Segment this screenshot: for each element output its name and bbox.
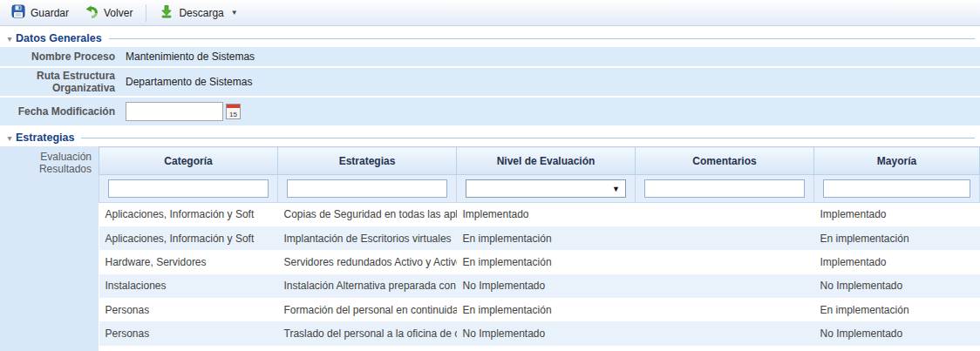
- download-button[interactable]: Descarga ▼: [152, 1, 245, 24]
- section-title-datos-generales: Datos Generales: [16, 32, 102, 44]
- save-button-label: Guardar: [31, 7, 69, 19]
- column-header-categoria[interactable]: Categoría: [99, 147, 278, 175]
- table-row[interactable]: Hardware, Servidores Servidores redundad…: [99, 250, 980, 273]
- section-divider: [109, 38, 975, 39]
- download-icon: [160, 4, 174, 21]
- table-row[interactable]: Aplicaciones, Información y Soft Implant…: [99, 226, 980, 250]
- section-divider: [81, 138, 975, 138]
- field-row-fecha-modificacion: Fecha Modificación 15: [0, 98, 980, 125]
- table-row[interactable]: Aplicaciones, Información y Soft Copias …: [99, 203, 980, 226]
- toolbar-separator: [146, 4, 146, 22]
- back-button[interactable]: Volver: [77, 1, 140, 24]
- download-menu-arrow-icon[interactable]: ▼: [231, 9, 238, 17]
- nivel-evaluacion-filter-select[interactable]: ▼: [466, 179, 626, 198]
- datos-generales-header: ▾ Datos Generales: [3, 31, 977, 45]
- ruta-estructura-value: Departamento de Sistemas: [122, 76, 252, 88]
- nombre-proceso-value: Mantenimiento de Sistemas: [122, 51, 255, 63]
- back-button-label: Volver: [104, 7, 133, 19]
- table-header-row: Categoría Estrategias Nivel de Evaluació…: [99, 147, 980, 175]
- table-row[interactable]: Personas Formación del personal en conti…: [99, 298, 980, 321]
- nombre-proceso-label: Nombre Proceso: [0, 51, 122, 63]
- column-header-nivel-de-evaluacion[interactable]: Nivel de Evaluación: [457, 147, 636, 175]
- calendar-icon[interactable]: 15: [226, 104, 241, 119]
- download-button-label: Descarga: [179, 7, 223, 19]
- fecha-modificacion-input[interactable]: [126, 102, 223, 121]
- column-header-estrategias[interactable]: Estrategias: [278, 147, 457, 175]
- back-icon: [85, 4, 99, 21]
- mayoria-filter-input[interactable]: [823, 179, 970, 198]
- evaluacion-resultados-label: Evaluación Resultados: [0, 151, 99, 175]
- field-row-ruta-estructura: Ruta Estructura Organizativa Departament…: [0, 68, 980, 96]
- estrategias-header: ▾ Estrategias: [3, 131, 977, 145]
- table-row[interactable]: Personas Teletrabajo No Implementado No …: [99, 346, 980, 351]
- fecha-modificacion-label: Fecha Modificación: [0, 105, 122, 118]
- estrategias-grid-zone: Evaluación Resultados Categoría Estrateg…: [0, 146, 980, 351]
- comentarios-filter-input[interactable]: [644, 179, 805, 198]
- save-icon: [11, 4, 25, 21]
- fecha-modificacion-field: 15: [122, 102, 241, 121]
- column-header-mayoria[interactable]: Mayoría: [814, 147, 980, 175]
- table-filter-row: ▼: [99, 175, 980, 203]
- column-header-comentarios[interactable]: Comentarios: [636, 147, 814, 175]
- chevron-down-icon: ▼: [612, 185, 620, 193]
- collapse-icon[interactable]: ▾: [3, 34, 16, 44]
- evaluacion-resultados-table: Categoría Estrategias Nivel de Evaluació…: [99, 146, 980, 351]
- field-row-nombre-proceso: Nombre Proceso Mantenimiento de Sistemas: [0, 47, 980, 66]
- toolbar: Guardar Volver Descarga ▼: [0, 0, 980, 26]
- ruta-estructura-label: Ruta Estructura Organizativa: [0, 70, 122, 94]
- collapse-icon[interactable]: ▾: [3, 133, 16, 143]
- categoria-filter-input[interactable]: [108, 179, 269, 198]
- save-button[interactable]: Guardar: [3, 1, 77, 24]
- section-title-estrategias: Estrategias: [16, 132, 74, 144]
- estrategias-filter-input[interactable]: [287, 179, 447, 198]
- table-row[interactable]: Instalaciones Instalación Alternativa pr…: [99, 274, 980, 298]
- grid-left-panel: Evaluación Resultados: [0, 146, 99, 351]
- table-row[interactable]: Personas Traslado del personal a la ofic…: [99, 321, 980, 345]
